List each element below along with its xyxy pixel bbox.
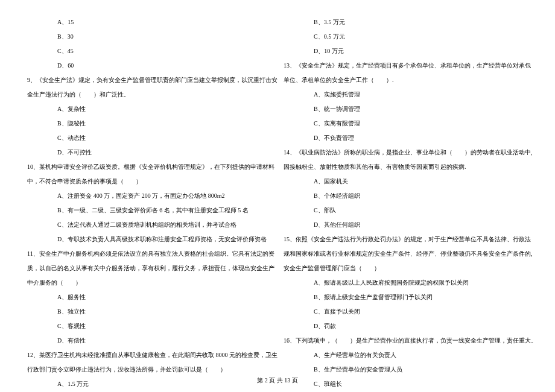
q15-option-b: B、报请上级安全生产监督管理部门予以关闭: [284, 290, 528, 305]
q16-option-b: B、生产经营单位的安全管理人员: [284, 362, 528, 377]
q12-option-c: C、0.5 万元: [284, 30, 528, 44]
q14-option-a: A、国家机关: [284, 174, 528, 189]
q15-option-c: C、直接予以关闭: [284, 305, 528, 319]
q15-option-a: A、报请县级以上人民政府按照国务院规定的权限予以关闭: [284, 276, 528, 290]
q13-stem-line1: 13、《安全生产法》规定，生产经营项目有多个承包单位、承租单位的，生产经营单位对…: [284, 58, 528, 73]
q15-option-d: D、罚款: [284, 319, 528, 334]
q13-option-a: A、实施委托管理: [284, 87, 528, 102]
q14-option-c: C、部队: [284, 203, 528, 218]
page-footer: 第 2 页 共 13 页: [0, 376, 555, 385]
q8-option-b: B、30: [27, 30, 271, 44]
q11-option-d: D、有偿性: [27, 334, 271, 348]
q16-option-a: A、生产经营单位的有关负责人: [284, 348, 528, 362]
q11-option-a: A、服务性: [27, 290, 271, 305]
q12-option-b: B、3.5 万元: [284, 15, 528, 30]
q15-stem-line1: 15、依照《安全生产违法行为行政处罚办法》的规定，对于生产经营单位不具备法律、行…: [284, 232, 528, 247]
q9-option-a: A、复杂性: [27, 102, 271, 116]
q8-option-c: C、45: [27, 44, 271, 58]
q11-option-b: B、独立性: [27, 305, 271, 319]
q9-stem-line1: 9、《安全生产法》规定，负有安全生产监督管理职责的部门应当建立举报制度，以沉重打…: [27, 73, 271, 87]
q11-option-c: C、客观性: [27, 319, 271, 334]
q10-stem-line2: 中，不符合申请资质条件的事项是（ ）: [27, 174, 271, 189]
q10-stem-line1: 10、某机构申请安全评价乙级资质。根据《安全评价机构管理规定》，在下列提供的申请…: [27, 160, 271, 174]
q10-option-a: A、注册资金 400 万，固定资产 200 万，有固定办公场地 800m2: [27, 189, 271, 203]
q9-stem-line2: 全生产违法行为的（ ）和广泛性。: [27, 87, 271, 102]
q11-stem-line1: 11、安全生产中介服务机构必须是依法设立的具有独立法人资格的社会组织。它具有法定…: [27, 247, 271, 261]
q14-option-b: B、个体经济组织: [284, 189, 528, 203]
q12-stem-line1: 12、某医疗卫生机构未经批准擅自从事职业健康检查，在此期间共收取 8000 元的…: [27, 348, 271, 362]
q8-option-a: A、15: [27, 15, 271, 30]
q13-option-c: C、实离有限管理: [284, 116, 528, 131]
q11-stem-line3: 中介服务的（ ）: [27, 276, 271, 290]
q15-stem-line3: 安全生产监督管理部门应当（ ）: [284, 261, 528, 276]
q13-option-d: D、不负责管理: [284, 131, 528, 145]
q14-stem-line1: 14、《职业病防治法》所称的职业病，是指企业、事业单位和（ ）的劳动者在职业活动…: [284, 145, 528, 160]
q14-stem-line2: 因接触粉尘、放射性物质和其他有毒、有害物质等因素而引起的疾病.: [284, 160, 528, 174]
q14-option-d: D、其他任何组织: [284, 218, 528, 232]
q15-stem-line2: 规和国家标准或者行业标准规定的安全生产条件、经停产、停业整顿仍不具备安全生产条件…: [284, 247, 528, 261]
q9-option-c: C、动态性: [27, 131, 271, 145]
right-column: B、3.5 万元 C、0.5 万元 D、10 万元 13、《安全生产法》规定，生…: [278, 15, 534, 368]
page-content: A、15 B、30 C、45 D、60 9、《安全生产法》规定，负有安全生产监督…: [0, 0, 555, 368]
q9-option-d: D、不可控性: [27, 145, 271, 160]
q12-option-d: D、10 万元: [284, 44, 528, 58]
q10-option-c: C、法定代表人通过二级资质培训机构组织的相关培训，并考试合格: [27, 218, 271, 232]
q10-option-d: D、专职技术负责人具高级技术职称和注册安全工程师资格，无安全评价师资格: [27, 232, 271, 247]
q13-stem-line2: 单位、承租单位的安全生产工作（ ）.: [284, 73, 528, 87]
q9-option-b: B、隐秘性: [27, 116, 271, 131]
left-column: A、15 B、30 C、45 D、60 9、《安全生产法》规定，负有安全生产监督…: [21, 15, 278, 368]
q11-stem-line2: 质，以自己的名义从事有关中介服务活动，享有权利，履行义务，承担责任，体现出安全生…: [27, 261, 271, 276]
q12-stem-line2: 行政部门责令立即停止违法行为，没收违法所得，并处罚款可以是（ ）: [27, 362, 271, 377]
q16-stem-line1: 16、下列选项中，（ ）是生产经营作业的直接执行者，负责一线安全生产管理，责任重…: [284, 334, 528, 348]
q13-option-b: B、统一协调管理: [284, 102, 528, 116]
q10-option-b: B、有一级、二级、三级安全评价师各 6 名，其中有注册安全工程师 5 名: [27, 203, 271, 218]
q8-option-d: D、60: [27, 58, 271, 73]
